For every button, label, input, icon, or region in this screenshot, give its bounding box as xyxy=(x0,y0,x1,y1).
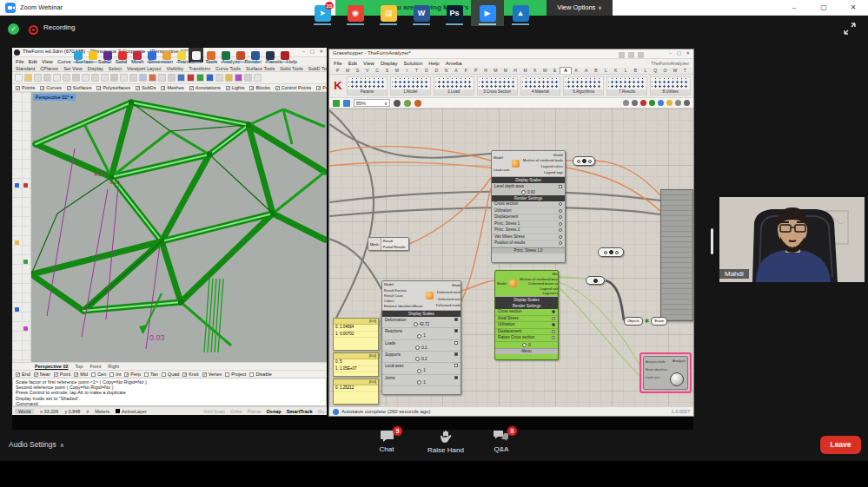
karamba-modelview-node[interactable]: ModelLoad case ModelMeshes of rendered l… xyxy=(491,150,566,263)
component-tab[interactable]: H xyxy=(480,68,490,74)
status-toggle[interactable]: Gu xyxy=(318,409,324,414)
output-port[interactable]: Legend tags xyxy=(520,291,559,296)
osnap-checkbox[interactable]: Project xyxy=(225,372,246,377)
render-setting-item[interactable]: Displacement xyxy=(492,214,565,221)
toolbar-icon[interactable] xyxy=(254,74,262,82)
component-tab[interactable]: L xyxy=(640,68,650,74)
value-knob[interactable]: 0.00 xyxy=(492,189,565,195)
toolbar-icon[interactable] xyxy=(244,74,252,82)
component-tab[interactable]: M xyxy=(342,68,352,74)
input-port[interactable]: Mesh xyxy=(368,238,381,250)
radio-icon[interactable] xyxy=(552,330,555,333)
render-setting-item[interactable]: Cross section xyxy=(495,309,558,316)
karamba-toolbar-group[interactable]: 7.Results xyxy=(606,76,647,95)
status-toggle[interactable]: Osnap xyxy=(267,409,282,414)
radio-icon[interactable] xyxy=(552,323,555,326)
render-setting-item[interactable]: Princ. Stress 1 xyxy=(492,221,565,228)
osnap-checkbox[interactable]: Knot xyxy=(182,372,198,377)
app-rhino[interactable] xyxy=(189,48,203,63)
component-tab[interactable]: A xyxy=(581,68,591,74)
zoom-level-select[interactable]: 85%∨ xyxy=(354,99,390,107)
component-tab[interactable]: E xyxy=(550,68,560,74)
menu-item[interactable]: Help xyxy=(428,61,439,66)
app-telegram[interactable]: ➤ 23 xyxy=(306,0,339,26)
output-port[interactable]: Model xyxy=(436,283,461,288)
component-tab[interactable]: K xyxy=(611,68,620,74)
karamba-beamview-node-selected[interactable]: Model ModelMeshes of rendered beamsDefor… xyxy=(494,270,559,360)
component-tab[interactable]: M xyxy=(520,68,530,74)
menu-item[interactable]: File xyxy=(16,59,24,64)
component-tab[interactable]: M xyxy=(491,68,500,74)
grasshopper-window-controls[interactable]: – ▢ ✕ xyxy=(669,50,692,56)
osnap-checkbox[interactable]: Tan xyxy=(144,372,158,377)
toolbar-icon[interactable] xyxy=(168,74,176,82)
scale-slider[interactable]: Reactions 1 xyxy=(382,328,461,339)
filter-checkbox[interactable]: Points xyxy=(16,85,35,90)
output-port[interactable]: Deformed axes xyxy=(436,297,461,302)
osnap-checkbox[interactable]: Disable xyxy=(249,372,271,377)
app-icon-10[interactable] xyxy=(203,48,218,63)
filter-checkbox[interactable]: Polysurfaces xyxy=(96,85,130,90)
section-header[interactable]: Display Scales xyxy=(382,311,461,317)
osnap-checkbox[interactable]: Int xyxy=(109,372,121,377)
input-port[interactable]: Model xyxy=(497,281,507,286)
view-options-button[interactable]: View Options∨ xyxy=(547,0,613,16)
menu-item[interactable]: Ameba xyxy=(446,61,462,66)
toolbar-icon[interactable] xyxy=(24,74,32,82)
node-footer[interactable]: Princ. Stress 1,0 xyxy=(492,247,565,253)
render-setting-item[interactable]: Position of results xyxy=(492,240,565,247)
rhino-viewport[interactable]: 4.07 0.19 0.03 Perspective 02° ▾ xyxy=(31,92,327,362)
raise-hand-button[interactable]: Raise Hand xyxy=(415,430,476,466)
radio-icon[interactable] xyxy=(559,222,562,226)
maximize-button[interactable]: ▢ xyxy=(809,0,838,16)
section-header[interactable]: Render Settings xyxy=(495,303,558,309)
filter-checkbox[interactable]: Meshes xyxy=(161,85,183,90)
preview-eye-icon[interactable] xyxy=(404,100,411,107)
input-port[interactable]: Beam identifiers xyxy=(646,368,667,372)
toolbar-icon[interactable] xyxy=(15,74,23,82)
app-file-explorer[interactable]: ▤ xyxy=(372,0,405,26)
canvas-display-icon[interactable] xyxy=(675,100,681,106)
toolbar-icon[interactable] xyxy=(63,74,70,82)
input-port[interactable]: Result Factors xyxy=(384,288,423,293)
osnap-checkbox[interactable]: Quad xyxy=(162,372,179,377)
component-tab[interactable]: B xyxy=(631,68,640,74)
slider-node[interactable] xyxy=(598,247,624,257)
viewport-tab[interactable]: Right xyxy=(108,364,119,369)
karamba-toolbar-group[interactable]: 3.Cross Section xyxy=(477,76,518,95)
toolbar-tab[interactable]: Standard xyxy=(16,66,35,71)
scale-slider[interactable]: Joints 1 xyxy=(382,375,461,386)
toolbar-tab[interactable]: Select xyxy=(109,66,122,71)
knob-icon[interactable] xyxy=(414,322,418,326)
menu-item[interactable]: Solution xyxy=(404,61,423,66)
toolbar-icon[interactable] xyxy=(139,74,147,82)
new-file-icon[interactable] xyxy=(333,100,340,107)
component-tab[interactable]: S xyxy=(353,68,362,74)
output-port[interactable]: Model xyxy=(523,153,563,158)
output-port[interactable]: Meshes of rendered loads xyxy=(523,158,563,163)
toolbar-icon[interactable] xyxy=(34,74,42,82)
component-tab[interactable]: T xyxy=(412,68,421,74)
app-icon-2[interactable] xyxy=(85,48,100,63)
viewport-label[interactable]: Perspective 02° ▾ xyxy=(33,94,76,101)
app-telegram[interactable] xyxy=(70,48,85,63)
osnap-checkbox[interactable]: Near xyxy=(34,372,50,377)
canvas-display-icon[interactable] xyxy=(666,100,673,106)
toolbar-icon[interactable] xyxy=(177,74,185,82)
output-port[interactable]: Legend colors xyxy=(523,164,563,169)
results-panel[interactable] xyxy=(660,189,693,321)
output-port[interactable]: Legend tags xyxy=(523,170,563,175)
canvas-display-icon[interactable] xyxy=(658,100,664,106)
knob-icon[interactable] xyxy=(522,343,527,347)
toolbar-icon[interactable] xyxy=(53,74,61,82)
filter-checkbox[interactable]: Control Points xyxy=(275,85,312,90)
input-port[interactable]: Result Case xyxy=(384,293,423,299)
section-header[interactable]: Render Settings xyxy=(492,195,565,201)
component-tab[interactable]: P xyxy=(471,68,480,74)
component-tab[interactable]: I xyxy=(402,68,412,74)
component-tab[interactable]: K xyxy=(572,68,581,74)
analysis-group-selected[interactable]: Analysis Analysis mode Beam identifiers … xyxy=(639,352,692,393)
toolbar-icon[interactable] xyxy=(149,74,156,82)
radio-icon[interactable] xyxy=(559,202,562,206)
render-setting-item[interactable]: Utilization xyxy=(495,322,558,329)
